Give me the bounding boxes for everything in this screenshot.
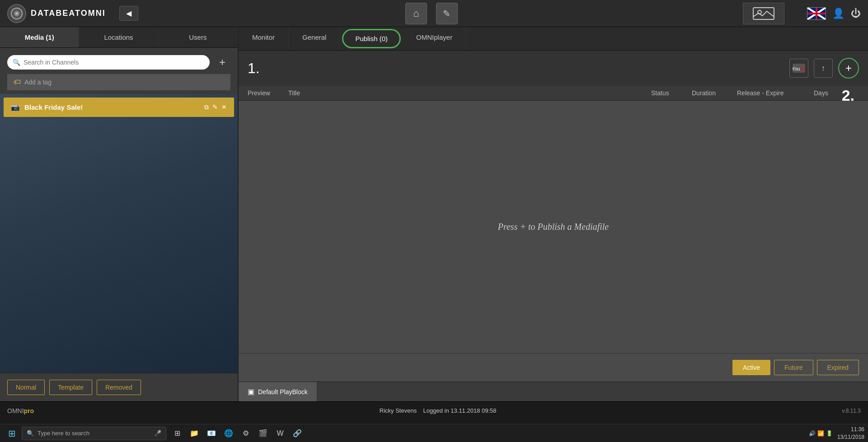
mic-icon: 🎤 <box>154 430 161 437</box>
user-name: Ricky Stevens <box>380 407 417 414</box>
sys-tray: 🔊 📶 🔋 <box>809 430 833 437</box>
search-icon: 🔍 <box>13 59 20 66</box>
channel-list-area: 📷 Black Friday Sale! ⧉ ✎ ✕ <box>0 94 238 373</box>
channel-copy-icon[interactable]: ⧉ <box>204 103 209 111</box>
clock-date: 13/11/2018 <box>837 433 864 441</box>
start-button[interactable]: ⊞ <box>4 425 20 442</box>
publish-actions: ▶ YouTube ↑ + <box>789 58 859 79</box>
topbar-center: ⌂ ✎ <box>143 3 720 24</box>
user-icon[interactable]: 👤 <box>832 8 845 19</box>
edit-button[interactable]: ✎ <box>436 3 458 24</box>
empty-hint: Press + to Publish a Mediafile <box>498 222 609 232</box>
status-pro: pro <box>24 407 34 414</box>
svg-point-2 <box>16 13 18 14</box>
tab-publish[interactable]: Publish (0) <box>342 29 401 48</box>
search-mic-icon: 🔍 <box>27 430 34 437</box>
col-release: Release - Expire <box>737 89 809 97</box>
tag-placeholder: Add a tag <box>24 79 52 86</box>
taskbar-search[interactable]: 🔍 Type here to search 🎤 <box>22 427 166 440</box>
topbar: DATABEATOMNI ◀ ⌂ ✎ 👤 ⏻ <box>0 0 868 27</box>
upload-button[interactable]: ↑ <box>814 59 833 78</box>
publish-header: 1. ▶ YouTube ↑ + <box>239 51 868 86</box>
app-logo: DATABEATOMNI <box>7 4 106 23</box>
file-explorer-icon[interactable]: 📁 <box>187 426 202 441</box>
active-filter-button[interactable]: Active <box>732 360 770 375</box>
status-version: v.8.11.3 <box>842 408 861 414</box>
right-content: 1. ▶ YouTube ↑ + <box>239 51 868 401</box>
channel-list-inner: 📷 Black Friday Sale! ⧉ ✎ ✕ <box>0 94 238 373</box>
playblock-bar: ▣ Default PlayBlock <box>239 382 868 401</box>
taskbar-icons: ⊞ 📁 📧 🌐 ⚙ 🎬 W 🔗 <box>170 426 305 441</box>
tag-input-wrapper[interactable]: 🏷 Add a tag <box>7 74 230 90</box>
tab-general[interactable]: General <box>289 27 340 50</box>
logo-icon <box>7 4 26 23</box>
app-icon[interactable]: 🔗 <box>290 426 305 441</box>
left-bottom-filters: Normal Template Removed <box>0 373 238 401</box>
clock-time: 11:36 <box>837 426 864 433</box>
tab-omniplayer[interactable]: OMNIplayer <box>403 27 466 50</box>
status-omni: OMNIpro <box>7 407 34 414</box>
svg-text:▶ YouTube: ▶ YouTube <box>793 66 805 71</box>
left-tabs: Media (1) Locations Users <box>0 27 238 48</box>
home-button[interactable]: ⌂ <box>405 3 427 24</box>
settings-icon[interactable]: ⚙ <box>239 426 253 441</box>
left-panel: Media (1) Locations Users 🔍 + 🏷 Add a ta… <box>0 27 239 401</box>
tab-locations[interactable]: Locations <box>79 27 158 47</box>
status-user: Ricky Stevens Logged in 13.11.2018 09:58 <box>43 407 833 414</box>
add-publish-wrapper: + <box>838 58 859 79</box>
right-tabs: Monitor General Publish (0) OMNIplayer <box>239 27 868 51</box>
channel-name: Black Friday Sale! <box>24 103 200 111</box>
content-area: 1. ▶ YouTube ↑ + <box>239 51 868 382</box>
media-icon[interactable]: 🎬 <box>256 426 270 441</box>
col-preview: Preview <box>248 89 284 97</box>
empty-content: Press + to Publish a Mediafile <box>239 101 868 353</box>
add-publish-button[interactable]: + <box>838 58 859 79</box>
channel-icon: 📷 <box>11 103 20 112</box>
taskbar-clock: 11:36 13/11/2018 <box>837 426 864 441</box>
search-input[interactable] <box>7 55 210 70</box>
channel-actions: ⧉ ✎ ✕ <box>204 103 227 111</box>
language-flag[interactable] <box>807 7 826 20</box>
channel-item[interactable]: 📷 Black Friday Sale! ⧉ ✎ ✕ <box>4 98 234 117</box>
removed-filter-button[interactable]: Removed <box>97 380 141 395</box>
browser-icon[interactable]: 🌐 <box>221 426 236 441</box>
word-icon[interactable]: W <box>273 426 287 441</box>
tab-media[interactable]: Media (1) <box>0 27 79 47</box>
statusbar: OMNIpro Ricky Stevens Logged in 13.11.20… <box>0 401 868 419</box>
power-icon[interactable]: ⏻ <box>851 8 861 19</box>
tab-monitor[interactable]: Monitor <box>239 27 289 50</box>
main-area: Media (1) Locations Users 🔍 + 🏷 Add a ta… <box>0 27 868 401</box>
image-button[interactable] <box>743 3 784 24</box>
template-filter-button[interactable]: Template <box>49 380 92 395</box>
search-area: 🔍 + <box>0 48 238 74</box>
playblock-icon: ▣ <box>248 387 254 396</box>
playblock-tab[interactable]: ▣ Default PlayBlock <box>239 382 317 401</box>
future-filter-button[interactable]: Future <box>774 360 813 375</box>
taskbar-search-text: Type here to search <box>38 430 89 437</box>
table-header: Preview Title Status Duration Release - … <box>239 86 868 101</box>
youtube-button[interactable]: ▶ YouTube <box>789 59 808 78</box>
taskbar-right: 🔊 📶 🔋 11:36 13/11/2018 <box>809 426 864 441</box>
tray-icon-3[interactable]: 🔋 <box>826 430 833 437</box>
expired-filter-button[interactable]: Expired <box>817 360 859 375</box>
tray-icon-2[interactable]: 📶 <box>817 430 824 437</box>
task-view-icon[interactable]: ⊞ <box>170 426 184 441</box>
mail-icon[interactable]: 📧 <box>204 426 219 441</box>
col-title: Title <box>288 89 647 97</box>
tray-icon-1[interactable]: 🔊 <box>809 430 816 437</box>
publish-title: 1. <box>248 60 260 77</box>
normal-filter-button[interactable]: Normal <box>7 380 45 395</box>
topbar-right: 👤 ⏻ <box>807 7 861 20</box>
tab-users[interactable]: Users <box>159 27 238 47</box>
add-channel-button[interactable]: + <box>214 54 230 70</box>
channel-edit-icon[interactable]: ✎ <box>212 103 218 111</box>
tag-icon: 🏷 <box>14 78 21 86</box>
channel-close-icon[interactable]: ✕ <box>221 103 227 111</box>
tag-area: 🏷 Add a tag <box>0 74 238 94</box>
svg-rect-3 <box>753 8 774 19</box>
publish-filter-area: Active Future Expired <box>239 353 868 382</box>
login-time: Logged in 13.11.2018 09:58 <box>423 407 497 414</box>
back-button[interactable]: ◀ <box>119 6 138 21</box>
col-duration: Duration <box>692 89 732 97</box>
app-name: DATABEATOMNI <box>31 9 106 18</box>
